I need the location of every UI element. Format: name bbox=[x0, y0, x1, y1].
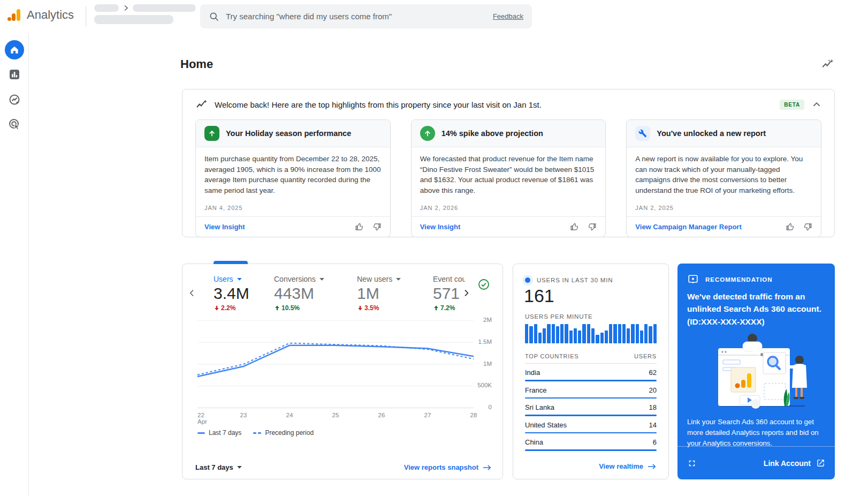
users-last-30-min-value: 161 bbox=[524, 285, 554, 306]
delta-down-icon bbox=[357, 305, 363, 311]
country-name: United States bbox=[525, 421, 567, 429]
sidebar-item-explore[interactable] bbox=[5, 90, 24, 109]
country-row: France20 bbox=[525, 381, 657, 399]
metrics-scroll-left-button[interactable] bbox=[186, 287, 199, 299]
insight-card-body: A new report is now available for you to… bbox=[627, 147, 821, 200]
thumbs-down-icon[interactable] bbox=[803, 222, 812, 231]
minute-bar bbox=[538, 333, 542, 343]
property-placeholder bbox=[133, 4, 196, 12]
metric-value: 443M bbox=[274, 284, 357, 303]
feedback-link[interactable]: Feedback bbox=[493, 12, 523, 20]
account-placeholder bbox=[94, 4, 119, 12]
caret-down-icon bbox=[395, 277, 401, 281]
view-realtime-link[interactable]: View realtime bbox=[599, 462, 657, 470]
x-axis-tick: 24 bbox=[280, 412, 299, 418]
thumbs-up-icon[interactable] bbox=[786, 222, 795, 231]
minute-bar bbox=[605, 330, 608, 343]
metric-new-users: New users1M3.5% bbox=[357, 275, 433, 312]
minute-bar bbox=[618, 324, 621, 343]
insight-card-date: JAN 2, 2025 bbox=[627, 200, 821, 216]
country-bar bbox=[525, 449, 657, 451]
country-row: United States14 bbox=[525, 416, 657, 434]
link-account-button[interactable]: Link Account bbox=[764, 459, 825, 468]
metric-users: Users3.4M2.2% bbox=[214, 275, 274, 312]
country-users: 20 bbox=[649, 386, 657, 394]
insights-button[interactable] bbox=[821, 58, 835, 74]
search-icon bbox=[209, 11, 219, 22]
sidebar-item-reports[interactable] bbox=[5, 65, 24, 84]
active-tab-indicator[interactable] bbox=[214, 261, 248, 264]
top-countries-header: TOP COUNTRIES bbox=[525, 353, 578, 359]
overview-card: Users3.4M2.2%Conversions443M10.5%New use… bbox=[182, 264, 503, 479]
right-arrow-icon bbox=[483, 464, 492, 471]
y-axis-tick: 0 bbox=[474, 404, 492, 410]
country-row: India62 bbox=[525, 364, 657, 381]
minute-bar bbox=[631, 324, 634, 343]
metric-selector[interactable]: New users bbox=[357, 275, 433, 283]
right-arrow-icon bbox=[648, 463, 657, 470]
collapse-button[interactable] bbox=[811, 99, 823, 110]
overview-card-footer: Last 7 days View reports snapshot bbox=[195, 463, 492, 471]
insight-card: Your Holiday season performanceItem purc… bbox=[195, 119, 391, 237]
dashed-line-swatch bbox=[253, 432, 261, 434]
left-nav bbox=[0, 33, 29, 496]
recommendation-body: Link your Search Ads 360 account to get … bbox=[687, 417, 827, 448]
insight-card-link[interactable]: View Campaign Manager Report bbox=[635, 223, 741, 231]
analytics-home-page: Analytics bbox=[0, 0, 868, 496]
insights-sparkle-icon bbox=[195, 98, 208, 111]
country-users: 6 bbox=[653, 438, 657, 446]
sidebar-item-home[interactable] bbox=[5, 40, 24, 59]
highlights-header: Welcome back! Here are the top highlight… bbox=[182, 89, 834, 117]
insight-cards-row: Your Holiday season performanceItem purc… bbox=[182, 117, 834, 237]
advertising-icon bbox=[8, 118, 21, 131]
thumbs-down-icon[interactable] bbox=[588, 222, 597, 231]
metric-selector[interactable]: Conversions bbox=[274, 275, 357, 283]
minute-bar bbox=[525, 324, 528, 343]
metric-event-count: Event count5717.2% bbox=[433, 275, 465, 312]
top-countries-table: TOP COUNTRIES USERS India62France20Sri L… bbox=[525, 353, 657, 451]
stream-placeholder bbox=[94, 15, 173, 24]
country-row: Sri Lanka18 bbox=[525, 399, 657, 416]
minute-bar bbox=[613, 324, 616, 343]
recommendation-card: RECOMMENDATION We've detected traffic fr… bbox=[677, 264, 835, 479]
minute-bar bbox=[543, 328, 546, 343]
y-axis-tick: 1M bbox=[474, 360, 492, 367]
expand-button[interactable] bbox=[687, 459, 697, 468]
minute-bar bbox=[609, 324, 612, 343]
solid-line-swatch bbox=[197, 432, 205, 434]
y-axis-tick: 1.5M bbox=[474, 339, 492, 345]
metric-selector[interactable]: Users bbox=[214, 275, 274, 283]
date-range-selector[interactable]: Last 7 days bbox=[195, 463, 242, 471]
insight-card-link[interactable]: View Insight bbox=[204, 223, 245, 231]
divider bbox=[86, 6, 86, 27]
caret-down-icon bbox=[319, 277, 325, 281]
minute-bar bbox=[636, 324, 639, 343]
data-quality-check-icon[interactable] bbox=[477, 278, 490, 293]
account-property-switcher[interactable] bbox=[94, 4, 208, 24]
reports-icon bbox=[8, 68, 21, 81]
sidebar-item-advertising[interactable] bbox=[5, 115, 24, 134]
metric-delta: 7.2% bbox=[433, 304, 465, 312]
insight-card-link[interactable]: View Insight bbox=[420, 223, 461, 231]
minute-bar bbox=[627, 328, 630, 343]
thumbs-up-icon[interactable] bbox=[355, 222, 364, 231]
minute-bar bbox=[529, 326, 532, 343]
thumbs-down-icon[interactable] bbox=[372, 222, 382, 231]
recommendation-label: RECOMMENDATION bbox=[705, 276, 773, 283]
analytics-logo[interactable]: Analytics bbox=[6, 7, 74, 23]
thumbs-up-icon[interactable] bbox=[570, 222, 579, 231]
insight-card-date: JAN 2, 2026 bbox=[412, 200, 606, 216]
metric-selector[interactable]: Event count bbox=[433, 275, 465, 283]
caret-down-icon bbox=[237, 465, 242, 469]
minute-bar bbox=[640, 330, 643, 343]
recommendation-footer: Link Account bbox=[677, 447, 835, 479]
insight-card: 14% spike above projectionWe forecasted … bbox=[411, 119, 606, 237]
metric-delta: 10.5% bbox=[274, 304, 357, 312]
insight-card-title: Your Holiday season performance bbox=[226, 129, 351, 138]
legend-preceding-period: Preceding period bbox=[253, 429, 314, 437]
chart-legend: Last 7 days Preceding period bbox=[197, 429, 314, 437]
view-reports-snapshot-link[interactable]: View reports snapshot bbox=[404, 463, 492, 471]
chevron-right-icon bbox=[123, 5, 128, 11]
search-input[interactable] bbox=[226, 12, 486, 21]
arrow-up-icon bbox=[204, 126, 219, 141]
